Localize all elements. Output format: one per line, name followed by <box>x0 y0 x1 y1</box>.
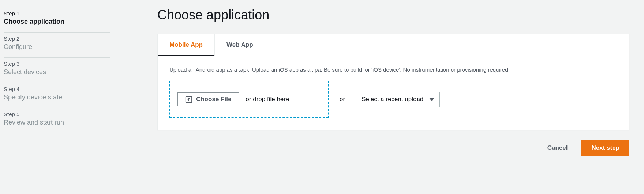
upload-icon <box>185 96 192 103</box>
step-label: Step 4 <box>4 86 110 92</box>
step-3[interactable]: Step 3 Select devices <box>4 58 110 83</box>
choose-file-button[interactable]: Choose File <box>177 92 239 106</box>
step-4[interactable]: Step 4 Specify device state <box>4 83 110 108</box>
chevron-down-icon <box>429 98 434 101</box>
main-content: Choose application Mobile App Web App Up… <box>113 0 644 194</box>
step-label: Step 1 <box>4 10 110 16</box>
drop-file-text: or drop file here <box>246 96 289 103</box>
cancel-button[interactable]: Cancel <box>540 140 575 156</box>
tab-label: Mobile App <box>169 41 203 48</box>
file-dropzone[interactable]: Choose File or drop file here <box>169 81 329 118</box>
step-label: Step 5 <box>4 111 110 117</box>
tab-mobile-app[interactable]: Mobile App <box>158 34 215 56</box>
step-label: Step 3 <box>4 61 110 67</box>
cancel-label: Cancel <box>547 144 568 151</box>
step-label: Step 2 <box>4 35 110 42</box>
footer-buttons: Cancel Next step <box>157 140 629 156</box>
panel-body: Upload an Android app as a .apk. Upload … <box>158 56 629 130</box>
choose-file-label: Choose File <box>196 96 231 103</box>
step-title: Choose application <box>4 18 110 26</box>
step-title: Review and start run <box>4 119 110 126</box>
wizard-sidebar: Step 1 Choose application Step 2 Configu… <box>0 0 113 194</box>
tab-web-app[interactable]: Web App <box>215 34 265 56</box>
step-2[interactable]: Step 2 Configure <box>4 33 110 58</box>
step-5[interactable]: Step 5 Review and start run <box>4 108 110 133</box>
step-title: Select devices <box>4 68 110 76</box>
or-separator: or <box>340 96 345 103</box>
upload-row: Choose File or drop file here or Select … <box>169 81 617 118</box>
select-recent-upload-dropdown[interactable]: Select a recent upload <box>356 92 440 107</box>
page-title: Choose application <box>157 7 629 23</box>
application-panel: Mobile App Web App Upload an Android app… <box>157 34 629 130</box>
next-label: Next step <box>591 144 619 151</box>
next-step-button[interactable]: Next step <box>581 140 629 156</box>
upload-instruction: Upload an Android app as a .apk. Upload … <box>169 66 617 73</box>
step-1[interactable]: Step 1 Choose application <box>4 7 110 33</box>
step-title: Specify device state <box>4 94 110 101</box>
tab-label: Web App <box>226 41 253 48</box>
step-title: Configure <box>4 43 110 51</box>
select-recent-label: Select a recent upload <box>362 96 423 103</box>
tab-bar: Mobile App Web App <box>158 34 629 56</box>
